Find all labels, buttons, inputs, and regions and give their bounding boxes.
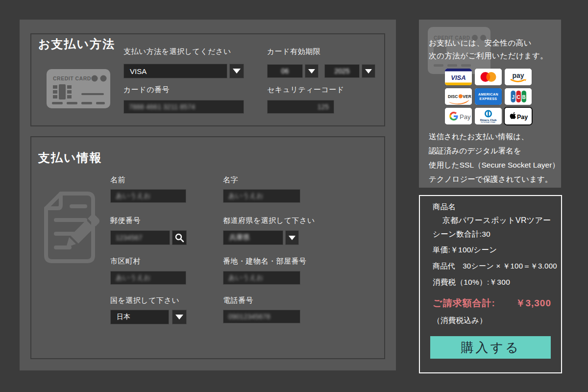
postal-code-value: 1234567 <box>116 234 143 242</box>
chevron-down-icon <box>289 236 295 240</box>
prefecture-select[interactable]: 兵庫県 <box>223 230 283 245</box>
last-name-input[interactable]: あいうえお <box>223 189 300 203</box>
billing-total-label: ご請求額合計: <box>433 297 495 310</box>
ssl-notice: 送信されたお支払い情報は、 認証済みのデジタル署名を 使用したSSL（Secur… <box>429 129 560 186</box>
chevron-down-icon <box>365 69 372 74</box>
discover-logo: DISC VER <box>445 88 472 105</box>
phone-value: 09012345678 <box>228 313 270 320</box>
accepted-intro-line2: 次の方法がご利用いただけます。 <box>429 51 548 61</box>
city-value: あいうえお <box>116 273 151 282</box>
expiry-year-value: 2025 <box>334 67 349 75</box>
accepted-methods-panel: CREDIT CARD お支払いには、安全性の高い 次の方法がご利用いただけます… <box>419 20 561 188</box>
card-number-label: カードの番号 <box>123 85 170 95</box>
faded-credit-card-icon: CREDIT CARD <box>428 27 490 74</box>
expiry-month-select[interactable]: 06 <box>267 64 303 78</box>
payment-form-panel: お支払い方法 CREDIT CARD 支払 <box>20 20 396 370</box>
visa-logo: VISA <box>445 69 472 85</box>
country-select[interactable]: 日本 <box>110 310 169 324</box>
unit-price: 単価:￥100/シーン <box>433 245 497 255</box>
gpay-wordmark: Pay <box>460 113 471 121</box>
tax-line: 消費税（10%）:￥300 <box>433 277 510 288</box>
prefecture-dropdown-arrow[interactable] <box>285 230 299 245</box>
amazon-pay-logo: pay <box>505 69 532 85</box>
payment-info-title: 支払い情報 <box>38 150 102 166</box>
phone-input[interactable]: 09012345678 <box>223 310 300 323</box>
last-name-value: あいうえお <box>228 192 264 200</box>
city-input[interactable]: あいうえお <box>110 271 186 285</box>
country-select-label: 国を選択して下さい <box>110 296 179 305</box>
last-name-label: 名字 <box>223 175 238 185</box>
expiry-year-dropdown-arrow[interactable] <box>362 64 375 78</box>
first-name-input[interactable]: あいうえお <box>110 189 186 203</box>
first-name-label: 名前 <box>110 175 125 185</box>
phone-label: 電話番号 <box>223 296 253 305</box>
subtotal-line: 商品代 30シーン × ￥100＝￥3.000 <box>433 262 557 271</box>
product-name-label: 商品名 <box>433 202 456 212</box>
ssl-line-2: 認証済みのデジタル署名を <box>429 144 560 158</box>
payment-info-section: 支払い情報 名前 <box>30 136 385 359</box>
method-select-label: 支払い方法を選択してください <box>123 47 231 56</box>
address-label: 番地・建物名・部屋番号 <box>223 257 307 266</box>
country-value: 日本 <box>117 313 130 321</box>
security-code-label: セキュリティーコード <box>267 85 344 95</box>
credit-card-icon-label: CREDIT CARD <box>53 75 91 81</box>
country-dropdown-arrow[interactable] <box>172 310 187 324</box>
amex-wordmark-line1: AMERICAN <box>478 93 498 96</box>
payment-method-section: お支払い方法 CREDIT CARD 支払 <box>30 33 385 126</box>
city-label: 市区町村 <box>110 257 141 266</box>
payment-method-value: VISA <box>130 67 147 75</box>
postal-code-label: 郵便番号 <box>110 216 141 225</box>
billing-total-value: ￥3,300 <box>515 297 551 310</box>
security-code-input[interactable]: 125 <box>267 100 334 114</box>
prefecture-value: 兵庫県 <box>229 233 250 242</box>
search-icon <box>174 232 185 243</box>
ssl-line-4: テクノロジーで保護されています。 <box>429 172 560 186</box>
expiry-month-dropdown-arrow[interactable] <box>305 64 318 78</box>
payment-method-select[interactable]: VISA <box>123 64 227 78</box>
chevron-down-icon <box>308 69 315 74</box>
jcb-letter-b: B <box>522 95 526 100</box>
ssl-line-1: 送信されたお支払い情報は、 <box>429 129 560 144</box>
address-input[interactable]: あいうえお <box>223 271 300 285</box>
diners-wordmark: Diners Club <box>480 119 497 122</box>
security-code-value: 125 <box>318 103 329 111</box>
chevron-down-icon <box>233 69 241 74</box>
tax-included-note: （消費税込み） <box>433 316 487 326</box>
jcb-letter-c: C <box>517 95 520 100</box>
visa-wordmark: VISA <box>451 74 466 81</box>
credit-card-icon: CREDIT CARD <box>46 69 111 110</box>
card-number-input[interactable]: 7888 4661 3211 8574 <box>123 100 244 114</box>
apple-pay-wordmark: Pay <box>517 114 528 121</box>
order-summary-panel: 商品名 京都パワースポットVRツアー シーン数合計:30 単価:￥100/シーン… <box>419 195 562 373</box>
google-pay-logo: Pay <box>445 108 472 124</box>
prefecture-select-label: 都道府県を選択して下さい <box>223 216 315 225</box>
accepted-intro-line1: お支払いには、安全性の高い <box>429 38 532 49</box>
amex-wordmark-line2: EXPRESS <box>480 97 497 100</box>
product-name: 京都パワースポットVRツアー <box>442 216 551 226</box>
american-express-logo: AMERICAN EXPRESS <box>475 88 502 105</box>
scene-count-total: シーン数合計:30 <box>433 229 490 240</box>
jcb-logo: J C B <box>505 88 532 105</box>
address-value: あいうえお <box>228 273 264 282</box>
discover-wordmark-left: DISC <box>448 94 458 99</box>
purchase-button[interactable]: 購入する <box>430 336 551 359</box>
billing-total-row: ご請求額合計: ￥3,300 <box>433 297 551 310</box>
card-number-value: 7888 4661 3211 8574 <box>129 103 195 111</box>
document-pencil-icon <box>41 189 101 267</box>
postal-code-search-button[interactable] <box>172 230 187 245</box>
checkout-page: お支払い方法 CREDIT CARD 支払 <box>0 0 588 392</box>
jcb-letter-j: J <box>512 95 514 100</box>
expiry-label: カード有効期限 <box>267 47 320 56</box>
diners-club-logo: Diners Club INTERNATIONAL <box>475 108 502 124</box>
first-name-value: あいうえお <box>116 192 151 200</box>
apple-pay-logo: Pay <box>505 108 532 124</box>
expiry-month-value: 06 <box>281 67 289 75</box>
payment-method-dropdown-arrow[interactable] <box>229 64 244 78</box>
discover-wordmark-right: VER <box>463 94 471 99</box>
payment-method-title: お支払い方法 <box>38 36 115 52</box>
expiry-year-select[interactable]: 2025 <box>324 64 360 78</box>
ssl-line-3: 使用したSSL（Secure Socket Layer） <box>429 158 560 172</box>
postal-code-input[interactable]: 1234567 <box>110 230 170 245</box>
amazon-pay-wordmark: pay <box>512 72 524 79</box>
chevron-down-icon <box>175 315 183 319</box>
